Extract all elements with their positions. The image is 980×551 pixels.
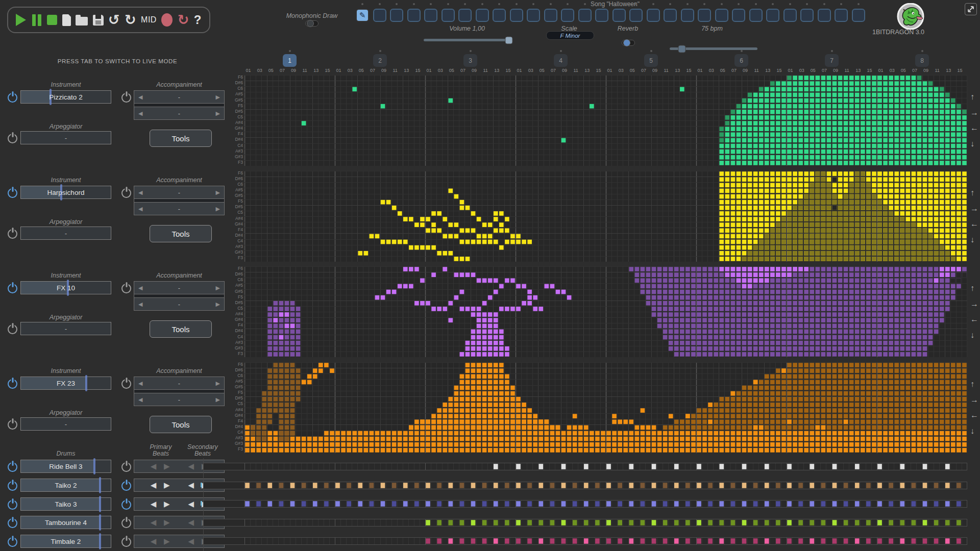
pattern-slot-28[interactable] [818, 9, 831, 22]
beats-power-button[interactable] [121, 500, 131, 510]
beats-secondary-left-icon[interactable]: ◀ [188, 462, 194, 471]
section-scroll-down-icon[interactable]: ↓ [970, 235, 974, 244]
beats-primary-right-icon[interactable]: ▶ [164, 462, 170, 471]
pattern-slot-2[interactable] [373, 9, 386, 22]
pattern-slot-11[interactable] [527, 9, 540, 22]
section-tab-3[interactable]: 3 [463, 54, 477, 67]
drum-power-button[interactable] [8, 500, 17, 510]
beats-primary-right-icon[interactable]: ▶ [164, 518, 170, 527]
accompaniment-power-button[interactable] [121, 284, 131, 293]
arpeggiator-field[interactable]: - [20, 131, 111, 144]
beats-power-button[interactable] [121, 537, 131, 547]
section-scroll-left-icon[interactable]: ← [970, 411, 978, 420]
instrument-field-pizzicato-2[interactable]: Pizzicato 2 [20, 90, 111, 104]
reverb-toggle[interactable] [622, 40, 635, 46]
accompaniment-stepper-1[interactable]: ◀▶- [134, 186, 225, 199]
fullscreen-button[interactable] [965, 3, 977, 15]
drum-field-timbale-2[interactable]: Timbale 2 [20, 535, 111, 548]
beats-power-button[interactable] [121, 518, 131, 528]
redo-button[interactable]: ↻ [125, 13, 136, 27]
beats-secondary-left-icon[interactable]: ◀ [188, 537, 194, 546]
pattern-slot-15[interactable] [595, 9, 608, 22]
drum-strip-ride-bell-3[interactable] [203, 463, 967, 470]
beats-power-button[interactable] [121, 462, 131, 472]
section-tab-4[interactable]: 4 [554, 54, 568, 67]
drum-field-ride-bell-3[interactable]: Ride Bell 3 [20, 460, 111, 473]
accompaniment-stepper-1[interactable]: ◀▶- [134, 281, 225, 294]
pattern-slot-20[interactable] [681, 9, 694, 22]
beats-secondary-left-icon[interactable]: ◀ [188, 481, 194, 490]
arpeggiator-power-button[interactable] [8, 420, 17, 430]
scale-select[interactable]: F Minor [546, 31, 594, 40]
section-tab-5[interactable]: 5 [644, 54, 658, 67]
play-button[interactable] [16, 14, 26, 26]
accompaniment-power-button[interactable] [121, 93, 131, 103]
tools-button[interactable]: Tools [150, 320, 212, 338]
drum-power-button[interactable] [8, 537, 17, 547]
record-button[interactable] [161, 13, 173, 27]
stop-button[interactable] [47, 15, 57, 25]
drum-strip-timbale-2[interactable] [203, 537, 967, 545]
help-button[interactable]: ? [194, 13, 202, 27]
pattern-slot-14[interactable] [578, 9, 592, 22]
volume-slider-handle[interactable] [505, 36, 512, 44]
bpm-slider[interactable] [670, 47, 757, 50]
beats-primary-right-icon[interactable]: ▶ [164, 537, 170, 546]
pattern-slot-4[interactable] [407, 9, 421, 22]
pattern-slot-19[interactable] [664, 9, 677, 22]
tools-button[interactable]: Tools [150, 225, 212, 242]
pattern-slot-29[interactable] [835, 9, 848, 22]
instrument-power-button[interactable] [8, 188, 17, 198]
section-tab-6[interactable]: 6 [734, 54, 748, 67]
pattern-slot-25[interactable] [766, 9, 779, 22]
pattern-slot-30[interactable] [852, 9, 865, 22]
beats-primary-left-icon[interactable]: ◀ [151, 462, 157, 471]
pattern-slot-27[interactable] [800, 9, 814, 22]
section-scroll-left-icon[interactable]: ← [970, 123, 978, 133]
volume-slider[interactable] [424, 39, 511, 41]
drum-field-tambourine-4[interactable]: Tambourine 4 [20, 516, 111, 529]
beats-primary-left-icon[interactable]: ◀ [151, 481, 157, 490]
instrument-power-button[interactable] [8, 379, 17, 389]
arpeggiator-field[interactable]: - [20, 322, 111, 335]
accompaniment-stepper-2[interactable]: ◀▶- [134, 202, 225, 215]
pattern-slot-3[interactable] [390, 9, 403, 22]
pattern-slot-7[interactable] [458, 9, 472, 22]
accompaniment-stepper-2[interactable]: ◀▶- [134, 107, 225, 120]
instrument-power-button[interactable] [8, 284, 17, 293]
section-scroll-right-icon[interactable]: → [970, 204, 978, 213]
beats-primary-left-icon[interactable]: ◀ [151, 499, 157, 509]
pattern-slot-8[interactable] [476, 9, 489, 22]
section-scroll-right-icon[interactable]: → [970, 395, 978, 405]
loop-button[interactable]: ↻ [178, 13, 189, 27]
pattern-slot-16[interactable] [612, 9, 626, 22]
pattern-slot-21[interactable] [698, 9, 711, 22]
instrument-field-fx-23[interactable]: FX 23 [20, 377, 111, 390]
pattern-slot-5[interactable] [424, 9, 437, 22]
accompaniment-stepper-1[interactable]: ◀▶- [134, 90, 225, 104]
beats-power-button[interactable] [121, 481, 131, 491]
note-grid-fx-10[interactable] [244, 266, 967, 357]
beats-primary-right-icon[interactable]: ▶ [164, 499, 170, 509]
section-scroll-down-icon[interactable]: ↓ [970, 427, 974, 436]
new-file-button[interactable] [62, 14, 71, 26]
instrument-power-button[interactable] [8, 93, 17, 103]
drum-strip-taiko-3[interactable] [203, 500, 967, 508]
section-scroll-up-icon[interactable]: ↑ [970, 284, 974, 293]
section-scroll-down-icon[interactable]: ↓ [970, 139, 974, 148]
beats-primary-left-icon[interactable]: ◀ [151, 518, 157, 527]
pattern-slot-1-active-pencil[interactable]: ✎ [356, 9, 369, 22]
section-scroll-up-icon[interactable]: ↑ [970, 380, 974, 389]
arpeggiator-field[interactable]: - [20, 417, 111, 431]
instrument-field-fx-10[interactable]: FX 10 [20, 281, 111, 294]
note-grid-harpsichord[interactable] [244, 171, 967, 262]
instrument-field-harpsichord[interactable]: Harpsichord [20, 186, 111, 199]
arpeggiator-field[interactable]: - [20, 227, 111, 240]
pattern-slot-23[interactable] [732, 9, 745, 22]
pause-button[interactable] [31, 14, 42, 26]
section-tab-1[interactable]: 1 [283, 54, 297, 67]
pattern-slot-22[interactable] [715, 9, 728, 22]
section-scroll-up-icon[interactable]: ↑ [970, 188, 974, 197]
accompaniment-stepper-2[interactable]: ◀▶- [134, 297, 225, 311]
beats-primary-right-icon[interactable]: ▶ [164, 481, 170, 490]
